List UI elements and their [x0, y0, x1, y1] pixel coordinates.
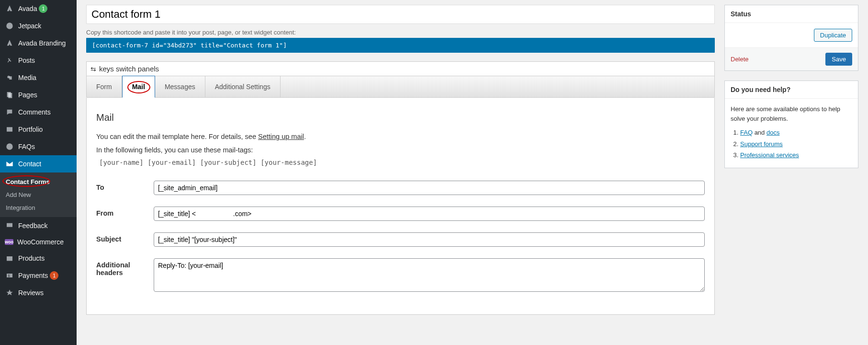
- delete-link[interactable]: Delete: [731, 56, 749, 63]
- sidebar-item-comments[interactable]: Comments: [0, 104, 77, 121]
- form-title-input[interactable]: [86, 5, 715, 24]
- sidebar-sub-label: Integration: [6, 204, 35, 211]
- help-list: FAQ and docs Support forums Professional…: [731, 128, 852, 160]
- sidebar-sub-integration[interactable]: Integration: [0, 201, 77, 214]
- woocommerce-icon: woo: [5, 239, 13, 245]
- sidebar-item-posts[interactable]: Posts: [0, 52, 77, 69]
- tab-additional-settings[interactable]: Additional Settings: [205, 76, 281, 97]
- help-box-title: Do you need help?: [725, 81, 858, 99]
- svg-point-0: [6, 23, 12, 29]
- mail-icon: [5, 159, 14, 169]
- avada-icon: [5, 4, 14, 13]
- save-button[interactable]: Save: [825, 53, 852, 66]
- sidebar-label: Feedback: [18, 222, 47, 230]
- tab-form[interactable]: Form: [87, 76, 122, 97]
- svg-text:$: $: [8, 274, 10, 277]
- arrows-icon: ⇆: [90, 65, 96, 73]
- sidebar-item-faqs[interactable]: FAQs: [0, 138, 77, 155]
- tab-mail[interactable]: Mail: [122, 76, 155, 98]
- tab-bar: Form Mail Messages Additional Settings: [86, 76, 715, 98]
- help-item-forums: Support forums: [740, 139, 852, 149]
- status-box-title: Status: [725, 5, 858, 23]
- avada-branding-icon: [5, 38, 14, 48]
- help-item-pro: Professional services: [740, 150, 852, 160]
- shortcode-box[interactable]: [contact-form-7 id="34bd273" title="Cont…: [86, 38, 715, 53]
- svg-point-5: [6, 143, 12, 150]
- tab-label: Additional Settings: [215, 83, 271, 91]
- sidebar-label: Products: [18, 254, 45, 262]
- field-from-label: From: [96, 207, 154, 221]
- tab-messages[interactable]: Messages: [155, 76, 205, 97]
- admin-sidebar: Avada 1 Jetpack Avada Branding Posts Med…: [0, 0, 77, 345]
- sidebar-label: Contact: [18, 160, 41, 168]
- keys-switch-hint: ⇆ keys switch panels: [86, 61, 715, 76]
- svg-rect-6: [7, 223, 12, 227]
- field-subject-input[interactable]: [154, 232, 705, 247]
- sidebar-sub-label: Add New: [6, 191, 31, 198]
- sidebar-item-payments[interactable]: $ Payments 1: [0, 267, 77, 284]
- sidebar-sub-add-new[interactable]: Add New: [0, 188, 77, 201]
- sidebar-item-avada-branding[interactable]: Avada Branding: [0, 34, 77, 52]
- duplicate-button[interactable]: Duplicate: [814, 29, 852, 42]
- field-from-input[interactable]: [154, 207, 705, 221]
- field-from: From: [96, 207, 705, 221]
- pro-services-link[interactable]: Professional services: [740, 151, 799, 159]
- faq-link[interactable]: FAQ: [740, 129, 753, 136]
- feedback-icon: [5, 221, 14, 230]
- mail-desc-2: In the following fields, you can use the…: [96, 145, 705, 156]
- mail-desc-text: You can edit the mail template here. For…: [96, 133, 258, 140]
- help-intro: Here are some available options to help …: [731, 104, 852, 123]
- sidebar-item-products[interactable]: Products: [0, 250, 77, 267]
- field-subject-label: Subject: [96, 232, 154, 247]
- svg-rect-3: [8, 93, 12, 98]
- help-box: Do you need help? Here are some availabl…: [724, 80, 858, 168]
- media-icon: [5, 73, 14, 82]
- setting-up-mail-link[interactable]: Setting up mail: [258, 133, 304, 140]
- svg-rect-7: [7, 256, 12, 261]
- tab-label: Form: [96, 83, 112, 91]
- sidebar-label: Avada Branding: [18, 39, 66, 47]
- sidebar-item-pages[interactable]: Pages: [0, 86, 77, 104]
- sidebar-item-portfolio[interactable]: Portfolio: [0, 121, 77, 138]
- update-badge: 1: [39, 4, 47, 13]
- sidebar-item-contact[interactable]: Contact: [0, 155, 77, 172]
- sidebar-item-media[interactable]: Media: [0, 69, 77, 86]
- tab-label: Messages: [165, 83, 195, 91]
- pin-icon: [5, 56, 14, 65]
- pages-icon: [5, 90, 14, 100]
- star-icon: [5, 288, 14, 298]
- sidebar-label: Jetpack: [18, 22, 41, 30]
- help-and-text: and: [753, 129, 767, 136]
- svg-rect-4: [7, 127, 12, 131]
- sidebar-item-jetpack[interactable]: Jetpack: [0, 17, 77, 34]
- main-content: Copy this shortcode and paste it into yo…: [77, 0, 868, 345]
- sidebar-label: Payments: [18, 272, 48, 279]
- docs-link[interactable]: docs: [767, 129, 779, 136]
- sidebar-label: WooCommerce: [17, 238, 64, 246]
- sidebar-label: Portfolio: [18, 126, 43, 133]
- comments-icon: [5, 107, 14, 117]
- sidebar-label: Media: [18, 74, 36, 81]
- mail-desc-text: .: [304, 133, 306, 140]
- sidebar-item-reviews[interactable]: Reviews: [0, 284, 77, 301]
- sidebar-label: Avada: [18, 5, 37, 12]
- sidebar-sub-contact-forms[interactable]: Contact Forms: [0, 175, 77, 188]
- sidebar-item-avada[interactable]: Avada 1: [0, 0, 77, 17]
- payments-icon: $: [5, 271, 14, 280]
- sidebar-label: Reviews: [18, 289, 44, 297]
- mail-heading: Mail: [96, 112, 705, 123]
- sidebar-item-woocommerce[interactable]: woo WooCommerce: [0, 234, 77, 250]
- jetpack-icon: [5, 21, 14, 31]
- keys-hint-text: keys switch panels: [99, 65, 159, 73]
- field-to: To: [96, 181, 705, 195]
- sidebar-label: Pages: [18, 91, 37, 99]
- field-subject: Subject: [96, 232, 705, 247]
- portfolio-icon: [5, 125, 14, 134]
- field-to-input[interactable]: [154, 181, 705, 195]
- sidebar-label: Posts: [18, 57, 35, 64]
- field-headers-textarea[interactable]: Reply-To: [your-email]: [154, 258, 705, 292]
- sidebar-item-feedback[interactable]: Feedback: [0, 217, 77, 234]
- forums-link[interactable]: Support forums: [740, 140, 783, 148]
- products-icon: [5, 253, 14, 263]
- mail-panel: Mail You can edit the mail template here…: [86, 98, 715, 315]
